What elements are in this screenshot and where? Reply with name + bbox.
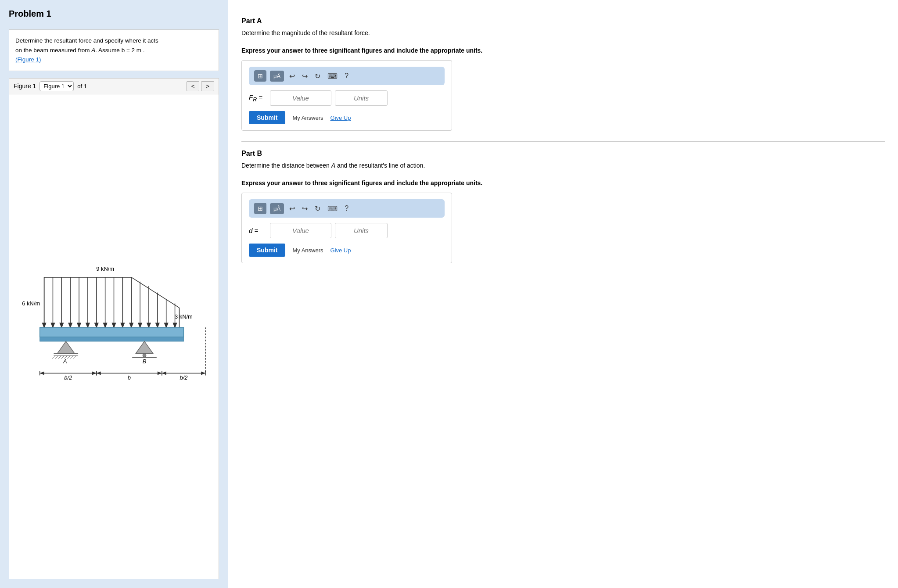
svg-marker-3 bbox=[51, 323, 54, 327]
part-b-my-answers-btn[interactable]: My Answers bbox=[292, 247, 323, 254]
figure-selector[interactable]: Figure 1 bbox=[40, 81, 74, 91]
figure-prev-btn[interactable]: < bbox=[187, 81, 200, 91]
dim-b-half-right-label: b/2 bbox=[180, 374, 187, 381]
part-a-input-row: FR = bbox=[249, 90, 445, 106]
support-b: B bbox=[132, 341, 157, 365]
svg-line-42 bbox=[73, 356, 76, 359]
svg-text:B: B bbox=[143, 358, 147, 364]
part-b-undo-btn[interactable]: ↩ bbox=[287, 204, 297, 214]
part-b-action-row: Submit My Answers Give Up bbox=[249, 244, 445, 257]
part-b-keyboard-btn[interactable]: ⌨ bbox=[326, 204, 339, 214]
svg-text:A: A bbox=[63, 358, 67, 364]
figure-nav: < > bbox=[187, 81, 214, 91]
svg-marker-5 bbox=[60, 323, 63, 327]
svg-marker-59 bbox=[201, 371, 205, 375]
svg-marker-13 bbox=[95, 323, 98, 327]
svg-line-40 bbox=[67, 356, 70, 359]
part-a-grid-btn[interactable]: ⊞ bbox=[254, 70, 266, 82]
load-right-label: 3 kN/m bbox=[175, 313, 193, 320]
part-a-keyboard-btn[interactable]: ⌨ bbox=[326, 71, 339, 81]
svg-point-45 bbox=[143, 354, 146, 357]
svg-line-35 bbox=[52, 356, 55, 359]
part-b-refresh-btn[interactable]: ↻ bbox=[313, 204, 322, 214]
svg-line-37 bbox=[58, 356, 61, 359]
part-a-give-up-btn[interactable]: Give Up bbox=[330, 115, 351, 121]
part-b-help-btn[interactable]: ? bbox=[343, 204, 350, 213]
part-a-action-row: Submit My Answers Give Up bbox=[249, 111, 445, 124]
part-b-grid-btn[interactable]: ⊞ bbox=[254, 203, 266, 214]
left-panel: Problem 1 Determine the resultant force … bbox=[0, 0, 228, 588]
figure-label: Figure 1 bbox=[14, 82, 36, 90]
figure-container: Figure 1 Figure 1 of 1 < > 9 kN/m 6 kN/m… bbox=[9, 78, 219, 579]
svg-marker-19 bbox=[121, 323, 124, 327]
svg-marker-17 bbox=[112, 323, 116, 327]
part-b-units-input[interactable] bbox=[335, 223, 388, 238]
part-a-help-btn[interactable]: ? bbox=[343, 71, 350, 81]
part-b-give-up-btn[interactable]: Give Up bbox=[330, 247, 351, 254]
part-b-answer-box: ⊞ μÅ ↩ ↪ ↻ ⌨ ? d = Submit My Answers Giv… bbox=[241, 193, 452, 263]
part-a-redo-btn[interactable]: ↪ bbox=[300, 71, 309, 81]
support-a: A bbox=[52, 341, 78, 365]
beam-diagram: 9 kN/m 6 kN/m 3 kN/m bbox=[18, 262, 210, 411]
svg-line-41 bbox=[70, 356, 73, 359]
svg-marker-27 bbox=[156, 323, 159, 327]
grid-icon: ⊞ bbox=[258, 72, 263, 79]
svg-marker-50 bbox=[40, 371, 44, 375]
part-a-section: Part A Determine the magnitude of the re… bbox=[241, 9, 885, 131]
part-b-redo-btn[interactable]: ↪ bbox=[300, 204, 309, 214]
part-a-answer-box: ⊞ μÅ ↩ ↪ ↻ ⌨ ? FR = Submit My Answers Gi… bbox=[241, 60, 452, 131]
figure-of: of 1 bbox=[77, 83, 87, 90]
part-a-undo-btn[interactable]: ↩ bbox=[287, 71, 297, 81]
beam-top bbox=[40, 327, 184, 337]
part-a-description: Determine the magnitude of the resultant… bbox=[241, 29, 885, 36]
svg-marker-44 bbox=[136, 341, 153, 354]
svg-marker-11 bbox=[86, 323, 90, 327]
dim-b-label: b bbox=[128, 374, 131, 381]
part-a-label: FR = bbox=[249, 93, 266, 103]
part-a-refresh-btn[interactable]: ↻ bbox=[313, 71, 322, 81]
part-b-description: Determine the distance between A and the… bbox=[241, 162, 885, 169]
part-b-value-input[interactable] bbox=[270, 223, 331, 238]
svg-marker-21 bbox=[129, 323, 133, 327]
svg-marker-51 bbox=[92, 371, 97, 375]
part-b-title: Part B bbox=[241, 150, 885, 158]
load-arrows-left bbox=[43, 277, 177, 327]
figure-next-btn[interactable]: > bbox=[201, 81, 214, 91]
figure-canvas: 9 kN/m 6 kN/m 3 kN/m bbox=[9, 94, 219, 578]
part-b-mu-btn[interactable]: μÅ bbox=[270, 203, 284, 214]
part-b-input-row: d = bbox=[249, 223, 445, 238]
svg-line-36 bbox=[55, 356, 58, 359]
svg-marker-15 bbox=[104, 323, 107, 327]
part-a-toolbar: ⊞ μÅ ↩ ↪ ↻ ⌨ ? bbox=[249, 67, 445, 85]
description-line1: Determine the resultant force and specif… bbox=[15, 37, 158, 44]
part-a-title: Part A bbox=[241, 17, 885, 25]
part-a-mu-btn[interactable]: μÅ bbox=[270, 71, 284, 82]
svg-marker-58 bbox=[162, 371, 166, 375]
figure-header: Figure 1 Figure 1 of 1 < > bbox=[9, 79, 219, 94]
mu-icon: μÅ bbox=[273, 73, 280, 79]
part-b-section: Part B Determine the distance between A … bbox=[241, 141, 885, 263]
problem-description: Determine the resultant force and specif… bbox=[9, 29, 219, 71]
load-top-line-right bbox=[131, 277, 179, 308]
part-b-instruction: Express your answer to three significant… bbox=[241, 179, 885, 186]
problem-title: Problem 1 bbox=[9, 9, 219, 19]
part-a-my-answers-btn[interactable]: My Answers bbox=[292, 115, 323, 121]
svg-marker-9 bbox=[77, 323, 81, 327]
right-panel: Part A Determine the magnitude of the re… bbox=[228, 0, 898, 588]
svg-marker-7 bbox=[68, 323, 72, 327]
part-a-value-input[interactable] bbox=[270, 90, 331, 106]
figure-link[interactable]: (Figure 1) bbox=[15, 56, 41, 63]
dim-b-half-left-label: b/2 bbox=[64, 374, 72, 381]
svg-marker-25 bbox=[147, 323, 151, 327]
part-b-submit-btn[interactable]: Submit bbox=[249, 244, 285, 257]
svg-marker-31 bbox=[173, 323, 177, 327]
load-top-label: 9 kN/m bbox=[96, 265, 114, 272]
svg-marker-32 bbox=[57, 341, 75, 354]
svg-marker-23 bbox=[138, 323, 142, 327]
part-b-grid-icon: ⊞ bbox=[258, 205, 263, 212]
part-a-units-input[interactable] bbox=[335, 90, 388, 106]
part-a-submit-btn[interactable]: Submit bbox=[249, 111, 285, 124]
load-left-label: 6 kN/m bbox=[22, 300, 40, 307]
part-b-mu-icon: μÅ bbox=[273, 205, 280, 212]
description-line2: on the beam measured from A. Assume b = … bbox=[15, 47, 145, 54]
